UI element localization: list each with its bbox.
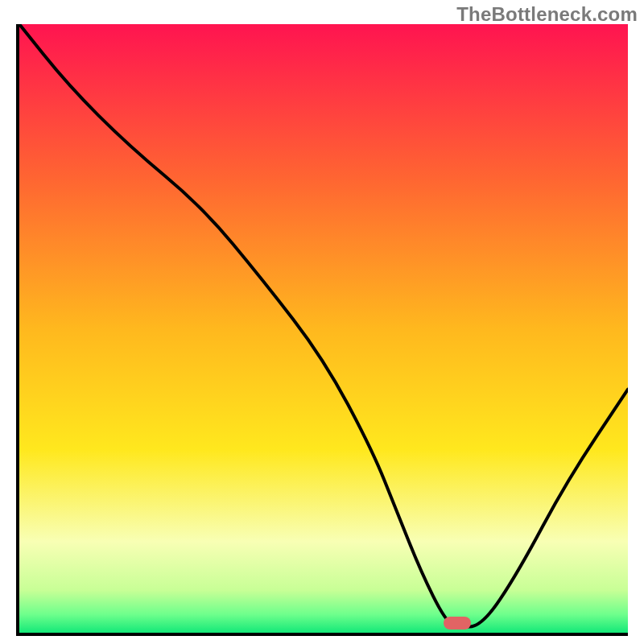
- chart-svg: [19, 24, 628, 633]
- gradient-background: [19, 24, 628, 633]
- watermark-text: TheBottleneck.com: [456, 3, 638, 26]
- chart-container: TheBottleneck.com: [0, 0, 644, 644]
- plot-area: [16, 24, 628, 636]
